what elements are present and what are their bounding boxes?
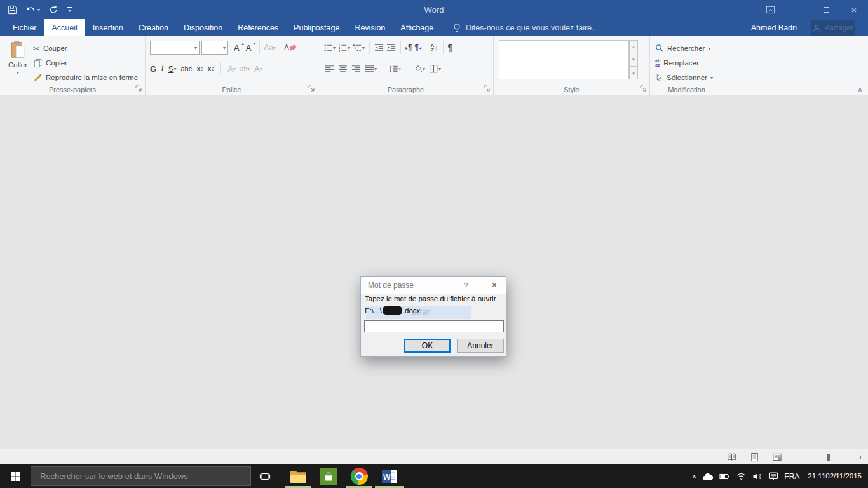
tab-creation[interactable]: Création: [131, 19, 176, 36]
sort-button[interactable]: AZ ↓: [431, 43, 438, 52]
justify-button[interactable]: ▾: [365, 64, 377, 74]
task-view-button[interactable]: [251, 464, 279, 488]
paste-button[interactable]: Coller ▾: [5, 40, 31, 88]
copy-button[interactable]: Copier: [33, 56, 67, 70]
store-button[interactable]: [313, 464, 344, 488]
tab-fichier[interactable]: Fichier: [5, 19, 44, 36]
left-to-right-button[interactable]: ▸¶: [405, 43, 412, 52]
underline-button[interactable]: S▾: [168, 64, 177, 74]
battery-tray-icon[interactable]: [719, 472, 730, 481]
onedrive-tray-icon[interactable]: [702, 472, 714, 481]
styles-gallery-scroll: ▴ ▾ ▾: [629, 40, 638, 79]
gallery-scroll-down-button[interactable]: ▾: [629, 53, 638, 66]
zoom-slider[interactable]: [804, 454, 853, 461]
file-path-prefix: E:\...\: [365, 307, 382, 315]
ribbon-display-options-button[interactable]: [756, 0, 784, 19]
help-icon: ?: [463, 281, 468, 290]
taskbar-search-input[interactable]: [31, 466, 251, 486]
chrome-button[interactable]: [344, 464, 374, 488]
shading-button[interactable]: ▾: [413, 64, 425, 74]
chevron-down-icon: ▾: [438, 66, 441, 72]
network-tray-icon[interactable]: [736, 472, 747, 481]
print-layout-button[interactable]: [750, 452, 759, 462]
align-right-button[interactable]: [351, 64, 361, 74]
tab-accueil[interactable]: Accueil: [44, 19, 85, 36]
line-spacing-button[interactable]: ▾: [389, 64, 401, 74]
multilevel-list-button[interactable]: ▾: [353, 43, 365, 53]
tab-insertion[interactable]: Insertion: [85, 19, 131, 36]
tab-publipostage[interactable]: Publipostage: [286, 19, 347, 36]
format-painter-button[interactable]: Reproduire la mise en forme: [33, 71, 138, 85]
text-highlight-button[interactable]: ab▾: [240, 65, 250, 72]
change-case-button[interactable]: Aa▾: [264, 43, 276, 52]
align-left-button[interactable]: [325, 64, 334, 74]
numbering-button[interactable]: ▾: [338, 43, 350, 53]
collapse-ribbon-button[interactable]: ∧: [858, 86, 862, 93]
dialog-close-button[interactable]: ×: [487, 277, 502, 294]
text-effects-button[interactable]: A▾: [227, 64, 236, 74]
password-input[interactable]: [364, 320, 504, 332]
share-button[interactable]: Partager: [811, 20, 855, 36]
superscript-button[interactable]: x2: [208, 64, 214, 73]
read-mode-button[interactable]: [726, 452, 737, 462]
dialog-help-button[interactable]: ?: [459, 277, 473, 294]
styles-gallery[interactable]: [499, 40, 629, 79]
strikethrough-button[interactable]: abc: [180, 65, 192, 72]
editing-group-label: Modification: [650, 86, 723, 93]
show-hidden-icons-button[interactable]: ∧: [692, 473, 696, 480]
borders-button[interactable]: ▾: [429, 64, 441, 74]
select-button[interactable]: Sélectionner ▾: [655, 71, 713, 85]
dialog-launcher-icon: [484, 85, 491, 92]
italic-button[interactable]: I: [161, 64, 164, 74]
clock[interactable]: 21:11 02/11/2015: [808, 472, 862, 480]
cancel-button[interactable]: Annuler: [457, 339, 504, 353]
paragraph-dialog-launcher[interactable]: [484, 85, 491, 92]
font-size-combobox[interactable]: ▾: [201, 41, 228, 55]
restore-button[interactable]: [812, 0, 840, 19]
dialog-title-bar[interactable]: Mot de passe ? ×: [361, 277, 506, 294]
ok-label: OK: [422, 341, 433, 350]
account-name[interactable]: Ahmed Badri: [751, 19, 797, 36]
grow-font-button[interactable]: A▴: [234, 43, 244, 53]
tab-affichage[interactable]: Affichage: [393, 19, 441, 36]
zoom-slider-thumb[interactable]: [827, 454, 830, 461]
font-dialog-launcher[interactable]: [308, 85, 315, 92]
close-button[interactable]: ×: [840, 0, 868, 19]
tab-disposition[interactable]: Disposition: [176, 19, 230, 36]
bold-button[interactable]: G: [150, 64, 156, 74]
clipboard-dialog-launcher[interactable]: [135, 85, 142, 92]
volume-tray-icon[interactable]: [752, 472, 763, 481]
language-indicator[interactable]: FRA: [784, 472, 799, 481]
decrease-indent-button[interactable]: [374, 43, 384, 53]
replace-button[interactable]: abac Remplacer: [655, 56, 699, 70]
copy-label: Copier: [46, 59, 67, 67]
font-name-combobox[interactable]: ▾: [150, 41, 200, 55]
gallery-more-button[interactable]: ▾: [629, 67, 638, 79]
align-center-icon: [338, 64, 348, 74]
tell-me-box[interactable]: Dites-nous ce que vous voulez faire..: [452, 19, 596, 36]
web-layout-button[interactable]: [772, 452, 782, 462]
zoom-in-button[interactable]: +: [858, 452, 863, 462]
file-explorer-button[interactable]: [283, 464, 313, 488]
start-button[interactable]: [0, 464, 31, 488]
action-center-button[interactable]: [768, 471, 778, 481]
tab-revision[interactable]: Révision: [347, 19, 393, 36]
bullets-button[interactable]: ▾: [323, 43, 336, 53]
find-button[interactable]: Rechercher ▾: [655, 41, 710, 55]
clear-formatting-button[interactable]: A: [284, 43, 296, 52]
font-color-button[interactable]: A▾: [254, 64, 262, 74]
ok-button[interactable]: OK: [404, 339, 451, 353]
increase-indent-button[interactable]: [386, 43, 396, 53]
align-center-button[interactable]: [338, 64, 348, 74]
cut-button[interactable]: ✂ Couper: [33, 41, 67, 55]
styles-dialog-launcher[interactable]: [640, 85, 647, 92]
minimize-button[interactable]: [784, 0, 812, 19]
tab-references[interactable]: Références: [230, 19, 286, 36]
show-formatting-marks-button[interactable]: ¶: [448, 43, 453, 53]
gallery-scroll-up-button[interactable]: ▴: [629, 40, 638, 53]
shrink-font-button[interactable]: A▾: [246, 43, 256, 53]
right-to-left-button[interactable]: ¶◂: [415, 43, 421, 52]
subscript-button[interactable]: x2: [196, 64, 203, 73]
zoom-out-button[interactable]: −: [795, 452, 800, 462]
word-button[interactable]: W: [374, 464, 405, 488]
